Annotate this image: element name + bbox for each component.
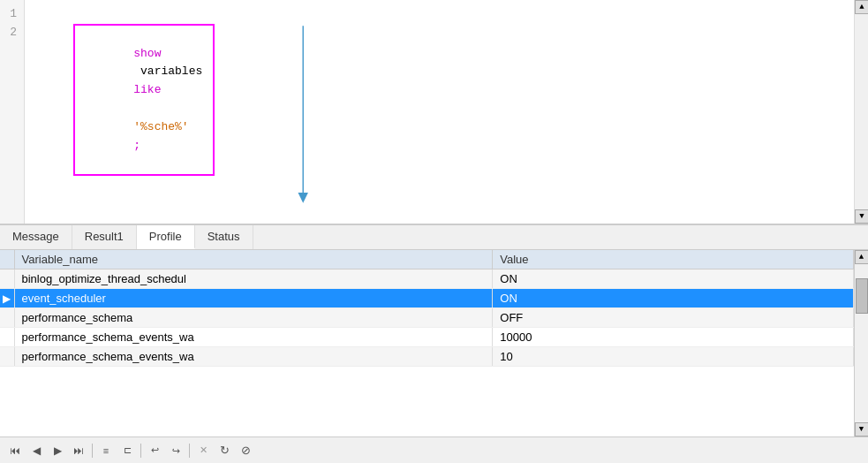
scrollbar-up[interactable]: ▲ bbox=[855, 0, 868, 14]
undo-button[interactable]: ↩ bbox=[145, 441, 164, 460]
tab-result1[interactable]: Result1 bbox=[72, 225, 137, 249]
prev-button[interactable]: ◀ bbox=[26, 441, 46, 460]
line-numbers: 1 2 bbox=[0, 0, 25, 224]
tab-message[interactable]: Message bbox=[0, 225, 72, 249]
space1 bbox=[133, 102, 140, 115]
table-wrapper: Variable_name Value binlog_optimize_thre… bbox=[0, 250, 854, 436]
col-variable-name: Variable_name bbox=[14, 250, 493, 269]
table-scrollbar[interactable]: ▲ ▼ bbox=[854, 250, 868, 436]
string-value: '%sche%' bbox=[133, 120, 188, 133]
cell-name-4: performance_schema_events_wa bbox=[14, 328, 493, 347]
table-header-row: Variable_name Value bbox=[0, 250, 854, 269]
col-indicator bbox=[0, 250, 14, 269]
cell-value-3: OFF bbox=[493, 308, 854, 328]
row-indicator-3 bbox=[0, 308, 14, 328]
clear-button[interactable]: ⊘ bbox=[236, 441, 255, 460]
next-button[interactable]: ▶ bbox=[48, 441, 67, 460]
filter-button[interactable]: ≡ bbox=[96, 441, 116, 460]
table-row[interactable]: performance_schema_events_wa 10 bbox=[0, 347, 854, 367]
undo2-button[interactable]: ↩ bbox=[166, 441, 185, 460]
editor-scrollbar[interactable]: ▲ ▼ bbox=[854, 0, 868, 224]
row-indicator-2: ▶ bbox=[0, 289, 14, 308]
table-row[interactable]: performance_schema OFF bbox=[0, 308, 854, 328]
table-row[interactable]: binlog_optimize_thread_schedul ON bbox=[0, 269, 854, 289]
refresh-button[interactable]: ↻ bbox=[215, 441, 234, 460]
results-table: Variable_name Value binlog_optimize_thre… bbox=[0, 250, 854, 367]
code-line-2 bbox=[32, 194, 847, 213]
line-number-1: 1 bbox=[4, 5, 20, 24]
toolbar-sep-2 bbox=[140, 444, 141, 458]
tab-status[interactable]: Status bbox=[195, 225, 253, 249]
table-scroll-up[interactable]: ▲ bbox=[855, 250, 869, 264]
cell-name-2: event_scheduler bbox=[14, 289, 493, 308]
toolbar-sep-3 bbox=[189, 444, 190, 458]
cell-value-2: ON bbox=[493, 289, 854, 308]
tabs-bar: Message Result1 Profile Status bbox=[0, 225, 868, 250]
cell-value-4: 10000 bbox=[493, 328, 854, 347]
first-button[interactable]: ⏮ bbox=[5, 441, 25, 460]
bottom-toolbar: ⏮ ◀ ▶ ⏭ ≡ ⊏ ↩ ↩ ✕ ↻ ⊘ bbox=[0, 436, 868, 463]
code-line-1: show variables like '%sche%' ; bbox=[32, 5, 847, 194]
line-number-2: 2 bbox=[4, 24, 20, 42]
keyword-variables: variables bbox=[133, 65, 209, 78]
cell-name-1: binlog_optimize_thread_schedul bbox=[14, 269, 493, 289]
semicolon: ; bbox=[133, 139, 140, 152]
cell-name-5: performance_schema_events_wa bbox=[14, 347, 493, 367]
row-indicator-1 bbox=[0, 269, 14, 289]
tab-result1-label: Result1 bbox=[85, 230, 124, 243]
table-container: Variable_name Value binlog_optimize_thre… bbox=[0, 250, 868, 436]
keyword-like: like bbox=[133, 83, 161, 96]
editor-area: 1 2 show variables like '%sche%' ; bbox=[0, 0, 868, 224]
cell-name-3: performance_schema bbox=[14, 308, 493, 328]
cell-value-5: 10 bbox=[493, 347, 854, 367]
scrollbar-down[interactable]: ▼ bbox=[855, 209, 868, 224]
row-indicator-5 bbox=[0, 347, 14, 367]
export-button[interactable]: ⊏ bbox=[117, 441, 137, 460]
table-scroll-down[interactable]: ▼ bbox=[855, 422, 869, 436]
sql-highlighted-box: show variables like '%sche%' ; bbox=[73, 24, 215, 176]
last-button[interactable]: ⏭ bbox=[69, 441, 88, 460]
table-scroll-thumb[interactable] bbox=[856, 278, 868, 314]
cell-value-1: ON bbox=[493, 269, 854, 289]
col-value: Value bbox=[493, 250, 854, 269]
row-indicator-4 bbox=[0, 328, 14, 347]
keyword-show: show bbox=[133, 47, 161, 60]
code-area[interactable]: show variables like '%sche%' ; bbox=[25, 0, 854, 224]
results-panel: Message Result1 Profile Status Variable_… bbox=[0, 224, 868, 463]
tab-profile-label: Profile bbox=[149, 230, 182, 243]
tab-profile[interactable]: Profile bbox=[137, 225, 195, 249]
table-row[interactable]: performance_schema_events_wa 10000 bbox=[0, 328, 854, 347]
toolbar-sep-1 bbox=[92, 444, 93, 458]
tab-message-label: Message bbox=[12, 230, 59, 243]
delete-button[interactable]: ✕ bbox=[193, 441, 213, 460]
tab-status-label: Status bbox=[208, 230, 240, 243]
table-row[interactable]: ▶ event_scheduler ON bbox=[0, 289, 854, 308]
